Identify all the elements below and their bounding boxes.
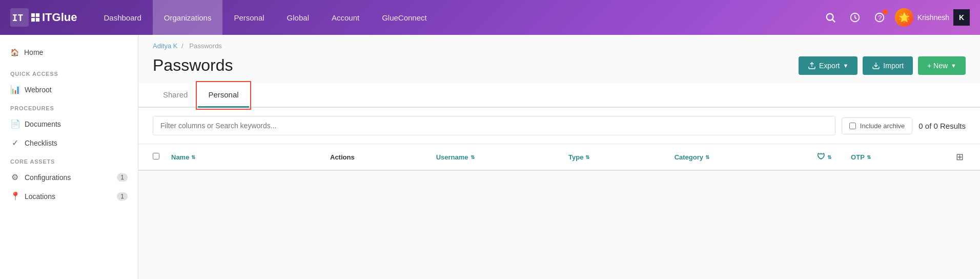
layout: 🏠 Home Quick Access 📊 Webroot Procedures… <box>0 35 980 279</box>
col-header-type[interactable]: Type ⇅ <box>568 153 675 161</box>
select-all-checkbox-container <box>153 152 171 162</box>
include-archive-checkbox[interactable] <box>849 123 856 129</box>
locations-label: Locations <box>25 192 112 201</box>
select-all-checkbox[interactable] <box>153 153 159 160</box>
pin-icon: 📍 <box>10 191 19 201</box>
user-initial: K <box>953 9 970 26</box>
breadcrumb-separator: / <box>181 42 185 50</box>
import-icon <box>872 62 880 70</box>
documents-label: Documents <box>25 120 128 128</box>
svg-rect-2 <box>31 13 35 17</box>
type-sort-icon: ⇅ <box>585 154 589 160</box>
export-button[interactable]: Export ▼ <box>799 56 858 75</box>
svg-text:?: ? <box>878 14 882 22</box>
col-header-category[interactable]: Category ⇅ <box>675 153 798 161</box>
export-dropdown-arrow: ▼ <box>843 63 848 69</box>
name-sort-icon: ⇅ <box>191 154 195 160</box>
svg-text:IT: IT <box>12 12 24 23</box>
notification-badge <box>883 9 888 14</box>
core-assets-label: Core Assets <box>0 152 138 168</box>
breadcrumb: Aditya K / Passwords <box>138 35 980 50</box>
header-actions: Export ▼ Import + New ▼ <box>799 56 966 75</box>
avatar: 🌟 <box>895 8 913 27</box>
bar-chart-icon: 📊 <box>10 85 19 94</box>
help-icon[interactable]: ? <box>870 8 889 27</box>
home-icon: 🏠 <box>10 48 19 56</box>
nav-account[interactable]: Account <box>320 0 371 35</box>
col-header-name[interactable]: Name ⇅ <box>171 153 330 161</box>
svg-rect-4 <box>31 18 35 22</box>
configurations-badge: 1 <box>117 173 128 182</box>
locations-badge: 1 <box>117 192 128 201</box>
main-content: Aditya K / Passwords Passwords Export ▼ <box>138 35 980 279</box>
filter-input[interactable] <box>153 116 835 135</box>
user-area[interactable]: 🌟 Krishnesh K <box>895 8 970 27</box>
nav-personal[interactable]: Personal <box>222 0 275 35</box>
sidebar-item-locations[interactable]: 📍 Locations 1 <box>0 187 138 206</box>
svg-point-6 <box>826 14 833 21</box>
sidebar-item-webroot[interactable]: 📊 Webroot <box>0 80 138 99</box>
nav-links: Dashboard Organizations Personal Global … <box>92 0 821 35</box>
page-title: Passwords <box>153 56 233 75</box>
include-archive-label[interactable]: Include archive <box>860 122 905 130</box>
import-label: Import <box>883 62 904 70</box>
export-label: Export <box>819 62 840 70</box>
columns-button[interactable]: ⊞ <box>954 150 966 164</box>
sidebar-item-documents[interactable]: 📄 Documents <box>0 114 138 133</box>
sidebar: 🏠 Home Quick Access 📊 Webroot Procedures… <box>0 35 138 279</box>
svg-rect-5 <box>36 18 39 22</box>
nav-dashboard[interactable]: Dashboard <box>92 0 152 35</box>
page-header: Passwords Export ▼ <box>138 50 980 83</box>
tab-personal[interactable]: Personal <box>198 83 249 108</box>
svg-line-7 <box>832 19 835 22</box>
col-header-columns[interactable]: ⊞ <box>939 150 966 164</box>
document-icon: 📄 <box>10 119 19 129</box>
new-label: + New <box>927 62 948 70</box>
procedures-label: Procedures <box>0 99 138 114</box>
sidebar-item-configurations[interactable]: ⚙ Configurations 1 <box>0 168 138 187</box>
breadcrumb-parent[interactable]: Aditya K <box>153 42 177 50</box>
col-header-otp[interactable]: OTP ⇅ <box>851 153 939 161</box>
user-name: Krishnesh <box>917 13 949 22</box>
col-header-shield[interactable]: 🛡 ⇅ <box>798 152 851 162</box>
col-header-actions: Actions <box>330 153 436 161</box>
include-archive-container: Include archive <box>842 117 912 134</box>
logo[interactable]: IT ITGlue <box>10 8 77 27</box>
export-icon <box>808 62 816 70</box>
results-count: 0 of 0 Results <box>918 122 966 130</box>
table-header: Name ⇅ Actions Username ⇅ Type ⇅ Categor… <box>138 144 980 171</box>
col-header-username[interactable]: Username ⇅ <box>436 153 568 161</box>
username-sort-icon: ⇅ <box>471 154 475 160</box>
import-button[interactable]: Import <box>863 56 913 75</box>
search-icon[interactable] <box>821 8 840 27</box>
checklists-label: Checklists <box>25 139 128 147</box>
shield-icon: 🛡 <box>817 152 825 162</box>
sidebar-home[interactable]: 🏠 Home <box>0 43 138 65</box>
new-button[interactable]: + New ▼ <box>918 56 966 75</box>
category-sort-icon: ⇅ <box>705 154 709 160</box>
tabs-bar: Shared Personal <box>138 83 980 108</box>
check-icon: ✓ <box>10 138 19 148</box>
configurations-label: Configurations <box>25 173 112 182</box>
gear-icon: ⚙ <box>10 172 19 182</box>
sidebar-item-checklists[interactable]: ✓ Checklists <box>0 133 138 152</box>
history-icon[interactable] <box>846 8 864 27</box>
filter-row: Include archive 0 of 0 Results <box>138 108 980 144</box>
quick-access-label: Quick Access <box>0 65 138 80</box>
nav-organizations[interactable]: Organizations <box>153 0 223 35</box>
nav-right: ? 🌟 Krishnesh K <box>821 8 970 27</box>
tab-shared[interactable]: Shared <box>153 83 198 108</box>
svg-rect-3 <box>36 13 39 17</box>
nav-global[interactable]: Global <box>276 0 320 35</box>
webroot-label: Webroot <box>25 86 128 94</box>
logo-text: ITGlue <box>42 11 77 24</box>
otp-sort-icon: ⇅ <box>867 154 871 160</box>
topnav: IT ITGlue Dashboard Organizations Person… <box>0 0 980 35</box>
shield-sort-icon: ⇅ <box>827 154 831 160</box>
new-dropdown-arrow: ▼ <box>951 63 956 69</box>
breadcrumb-current: Passwords <box>189 42 222 50</box>
home-label: Home <box>24 48 43 56</box>
nav-glueconnect[interactable]: GlueConnect <box>371 0 438 35</box>
